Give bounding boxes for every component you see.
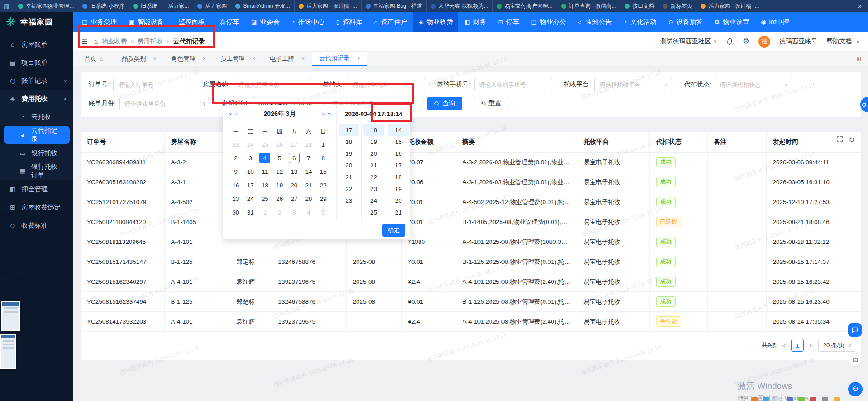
day-cell[interactable]: 21: [301, 178, 316, 192]
second-option[interactable]: 16: [388, 148, 409, 159]
day-cell[interactable]: 2: [229, 151, 243, 165]
second-option[interactable]: 21: [388, 206, 409, 218]
table-row[interactable]: YC250815162337494 B-1-125 郑楚标 1324675887…: [81, 292, 861, 312]
assistant-float-button[interactable]: [848, 382, 863, 396]
second-option[interactable]: 19: [388, 183, 409, 195]
day-cell[interactable]: 17: [243, 178, 258, 192]
filter-input[interactable]: [113, 78, 191, 91]
workspace-tab[interactable]: 电子工牌 ×: [262, 52, 312, 66]
next-year-icon[interactable]: »: [328, 110, 331, 117]
hour-option[interactable]: 18: [339, 136, 359, 148]
hour-option[interactable]: 21: [339, 171, 359, 183]
day-cell[interactable]: 2: [272, 205, 287, 219]
nav-item[interactable]: ◉ iot中控: [755, 12, 795, 32]
browser-tab[interactable]: 新标签页: [658, 0, 696, 12]
screenshot-thumbnail[interactable]: [0, 334, 16, 369]
day-cell[interactable]: 26: [272, 192, 287, 205]
hour-option[interactable]: 22: [339, 183, 359, 195]
nav-item[interactable]: ⊟ 停车: [492, 12, 525, 32]
browser-tab[interactable]: 幸福家园-Bug - 禅道: [361, 0, 426, 12]
calendar-title[interactable]: 2026年 3月: [241, 110, 319, 118]
day-cell[interactable]: 1: [316, 138, 330, 151]
day-cell[interactable]: 20: [287, 178, 301, 192]
filter-input[interactable]: [234, 78, 311, 91]
day-cell[interactable]: 27: [287, 192, 301, 205]
nav-item[interactable]: ◧ 财务: [458, 12, 492, 32]
taskbar-icon[interactable]: [751, 397, 758, 401]
breadcrumb-item[interactable]: 费用托收: [138, 38, 163, 46]
month-input[interactable]: [119, 97, 210, 110]
day-cell[interactable]: 27: [287, 138, 301, 151]
hour-option[interactable]: 19: [339, 148, 359, 159]
day-cell[interactable]: 24: [243, 192, 258, 205]
workspace-tab[interactable]: 首页 ⌂: [77, 52, 114, 66]
tab-groups-icon[interactable]: ▦: [4, 3, 9, 10]
page-size-select[interactable]: 20 条/页 ∨: [818, 339, 856, 352]
close-icon[interactable]: ×: [203, 56, 206, 62]
nav-item[interactable]: ⚙ 物业设置: [709, 12, 755, 32]
month-input-box[interactable]: [124, 100, 196, 107]
second-option[interactable]: 15: [388, 136, 409, 148]
sidebar-item[interactable]: ◧ 押金管理: [0, 180, 73, 198]
screenshot-thumbnail[interactable]: [1, 301, 20, 331]
day-cell[interactable]: 11: [258, 165, 272, 178]
close-icon[interactable]: ×: [252, 56, 255, 62]
page-number[interactable]: 1: [791, 339, 804, 352]
table-row[interactable]: YC250815162340297 A-4-101 袁红辉 1392371967…: [81, 272, 861, 292]
day-cell[interactable]: 4: [258, 151, 272, 165]
day-cell[interactable]: 14: [301, 165, 316, 178]
browser-tab[interactable]: 大华云睿-以视频为...: [426, 0, 492, 12]
day-cell[interactable]: 29: [316, 192, 330, 205]
day-cell[interactable]: 3: [287, 205, 301, 219]
nav-item[interactable]: ⌂ 资产住户: [368, 12, 413, 32]
confirm-button[interactable]: 确定: [382, 224, 405, 237]
breadcrumb-item[interactable]: 物业收费: [102, 38, 127, 46]
day-cell[interactable]: 28: [301, 138, 316, 151]
minute-option[interactable]: 21: [363, 159, 384, 171]
prev-page-icon[interactable]: <: [782, 342, 786, 349]
browser-tab[interactable]: 接口文档: [620, 0, 658, 12]
taskbar-icon[interactable]: [798, 397, 805, 401]
table-row[interactable]: YC250821180844120 B-1-1405 ¥0.01 B-1-140…: [81, 212, 861, 232]
search-button[interactable]: 查询: [427, 97, 462, 110]
second-option[interactable]: 18: [388, 171, 409, 183]
taskbar-icon[interactable]: [775, 397, 781, 401]
nav-item[interactable]: ◈ 物业收费: [413, 12, 458, 32]
home-icon[interactable]: ⌂: [94, 38, 98, 45]
prev-year-icon[interactable]: «: [229, 110, 232, 117]
day-cell[interactable]: 6: [287, 151, 301, 165]
filter-input-box[interactable]: [479, 81, 545, 88]
next-page-icon[interactable]: >: [809, 342, 813, 349]
taskbar-icon[interactable]: [822, 397, 828, 401]
hour-option[interactable]: 23: [339, 195, 359, 206]
close-icon[interactable]: ×: [357, 55, 360, 62]
day-cell[interactable]: 19: [272, 178, 287, 192]
filter-input[interactable]: [474, 78, 552, 91]
day-cell[interactable]: 18: [258, 178, 272, 192]
filter-input[interactable]: [348, 78, 425, 91]
fullscreen-icon[interactable]: [836, 136, 843, 143]
taskbar-icon[interactable]: [834, 397, 840, 401]
refresh-icon[interactable]: ↻: [849, 136, 854, 144]
day-cell[interactable]: 12: [272, 165, 287, 178]
nav-item[interactable]: ▯ 资料库: [330, 12, 368, 32]
taskbar-icon[interactable]: [787, 397, 793, 401]
day-cell[interactable]: 10: [243, 165, 258, 178]
day-cell[interactable]: 4: [301, 205, 316, 219]
sidebar-item[interactable]: ▦ 银行托收订单: [0, 162, 73, 180]
day-cell[interactable]: 7: [301, 151, 316, 165]
day-cell[interactable]: 15: [316, 165, 330, 178]
table-row[interactable]: YC251210172751079 A-4-502 ¥0.01 A-4-502,…: [81, 192, 861, 212]
day-cell[interactable]: 5: [316, 205, 330, 219]
nav-item[interactable]: ◔ 文化活动: [618, 12, 663, 32]
close-icon[interactable]: ×: [301, 56, 305, 62]
table-row[interactable]: YC250814173532203 A-4-101 袁红辉 1392371967…: [81, 312, 861, 332]
reset-button[interactable]: ↻ 重置: [474, 97, 508, 110]
day-cell[interactable]: 5: [272, 151, 287, 165]
browser-tab[interactable]: 旧系统-小程序: [78, 0, 129, 12]
filter-input[interactable]: ∨: [715, 78, 792, 91]
minute-option[interactable]: 22: [363, 171, 384, 183]
hour-option[interactable]: 20: [339, 159, 359, 171]
browser-tab[interactable]: 活力家园 - 设计稿 -...: [294, 0, 361, 12]
day-cell[interactable]: 30: [229, 205, 243, 219]
